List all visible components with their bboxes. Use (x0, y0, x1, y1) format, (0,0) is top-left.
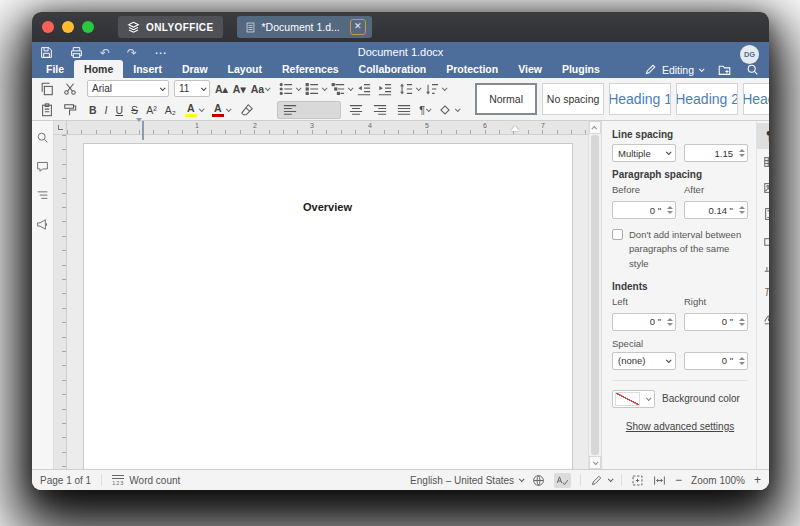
track-changes-button[interactable] (590, 474, 612, 487)
increase-font-button[interactable]: A▴ (215, 83, 228, 95)
decrease-indent-button[interactable] (355, 80, 373, 98)
format-painter-button[interactable] (61, 101, 79, 119)
navigation-panel-icon[interactable] (36, 189, 49, 202)
editing-mode-dropdown[interactable]: Editing (644, 63, 703, 76)
background-color-picker[interactable] (612, 390, 655, 408)
clear-style-button[interactable] (238, 101, 256, 119)
interval-checkbox[interactable] (612, 229, 623, 240)
font-color-button[interactable]: A (211, 102, 230, 118)
table-settings-icon[interactable] (757, 149, 770, 175)
line-spacing-select[interactable]: Multiple (612, 144, 676, 162)
italic-button[interactable]: I (105, 104, 108, 116)
tab-file[interactable]: File (36, 60, 74, 78)
style-normal[interactable]: Normal (475, 83, 537, 115)
feedback-panel-icon[interactable] (36, 218, 49, 231)
cut-button[interactable] (61, 80, 79, 98)
style-heading-2[interactable]: Heading 2 (676, 83, 738, 115)
header-footer-settings-icon[interactable] (757, 201, 770, 227)
spell-check-button[interactable] (554, 473, 571, 488)
tab-draw[interactable]: Draw (172, 60, 218, 78)
indent-right-spinner[interactable]: 0 " (684, 313, 748, 331)
document-scrollbar[interactable] (588, 121, 601, 469)
close-tab-button[interactable]: ✕ (350, 19, 366, 35)
right-indent-marker[interactable] (511, 126, 519, 131)
page-indicator[interactable]: Page 1 of 1 (40, 475, 91, 486)
paragraph-settings-icon[interactable]: ¶ (757, 123, 770, 149)
app-home-tab[interactable]: ONLYOFFICE (118, 16, 223, 38)
search-panel-icon[interactable] (36, 131, 49, 144)
chart-settings-icon[interactable] (757, 253, 770, 279)
search-button[interactable] (746, 63, 759, 76)
nonprinting-characters-button[interactable]: ¶ (419, 104, 430, 116)
tab-plugins[interactable]: Plugins (552, 60, 610, 78)
bold-button[interactable]: B (89, 104, 97, 116)
vertical-ruler[interactable] (54, 135, 67, 469)
copy-button[interactable] (38, 80, 56, 98)
zoom-window-button[interactable] (82, 21, 94, 33)
show-advanced-settings-link[interactable]: Show advanced settings (612, 421, 748, 432)
underline-button[interactable]: U (116, 104, 124, 116)
font-name-select[interactable]: Arial (87, 80, 169, 97)
line-spacing-button[interactable] (397, 80, 420, 98)
special-amount-spinner[interactable]: 0 " (684, 352, 748, 370)
superscript-button[interactable]: A² (146, 104, 157, 116)
paste-button[interactable] (38, 101, 56, 119)
set-document-language-button[interactable] (532, 474, 545, 487)
indent-marker[interactable] (136, 122, 143, 140)
document-tab[interactable]: *Document 1.d... ✕ (237, 16, 372, 38)
align-right-button[interactable] (371, 101, 389, 119)
tab-layout[interactable]: Layout (218, 60, 272, 78)
avatar[interactable]: DG (740, 45, 759, 64)
fit-page-button[interactable] (631, 474, 644, 487)
shading-button[interactable] (436, 101, 459, 119)
indent-left-spinner[interactable]: 0 " (612, 313, 676, 331)
document-canvas[interactable]: Overview (67, 135, 588, 469)
align-center-button[interactable] (347, 101, 365, 119)
tab-insert[interactable]: Insert (123, 60, 172, 78)
strikethrough-button[interactable]: S (131, 104, 138, 116)
scrollbar-thumb[interactable] (591, 135, 599, 455)
zoom-out-button[interactable]: − (675, 473, 682, 487)
increase-indent-button[interactable] (376, 80, 394, 98)
change-case-button[interactable]: Aa (251, 83, 264, 95)
font-size-select[interactable]: 11 (174, 80, 210, 97)
style-heading-1[interactable]: Heading 1 (609, 83, 671, 115)
multilevel-list-button[interactable] (329, 80, 352, 98)
word-count-button[interactable]: 123 Word count (112, 475, 180, 486)
scroll-up-button[interactable] (589, 121, 601, 134)
tab-stop-selector[interactable] (54, 121, 67, 135)
style-no-spacing[interactable]: No spacing (542, 83, 604, 115)
image-settings-icon[interactable] (757, 175, 770, 201)
bullets-button[interactable] (277, 80, 300, 98)
tab-home[interactable]: Home (74, 60, 123, 78)
tab-references[interactable]: References (272, 60, 349, 78)
document-page[interactable]: Overview (83, 143, 573, 469)
zoom-level[interactable]: Zoom 100% (691, 475, 745, 486)
decrease-font-button[interactable]: A▾ (233, 83, 246, 95)
subscript-button[interactable]: A₂ (165, 104, 176, 116)
align-justify-button[interactable] (395, 101, 413, 119)
tab-view[interactable]: View (508, 60, 552, 78)
signature-settings-icon[interactable] (757, 305, 770, 331)
line-spacing-spinner[interactable]: 1.15 (684, 144, 748, 162)
spacing-before-spinner[interactable]: 0 " (612, 201, 676, 219)
close-window-button[interactable] (42, 21, 54, 33)
highlight-color-button[interactable]: A (184, 102, 203, 118)
spacing-after-spinner[interactable]: 0.14 " (684, 201, 748, 219)
minimize-window-button[interactable] (62, 21, 74, 33)
language-selector[interactable]: English – United States (410, 475, 523, 486)
style-heading-3[interactable]: Heading 3 (743, 83, 769, 115)
align-left-button[interactable] (277, 101, 341, 119)
comments-panel-icon[interactable] (36, 160, 49, 173)
zoom-in-button[interactable]: + (754, 473, 761, 487)
scroll-down-button[interactable] (589, 456, 601, 469)
horizontal-ruler[interactable]: 1 2 3 4 5 6 7 (67, 121, 588, 135)
text-art-settings-icon[interactable]: Ta (757, 279, 770, 305)
shape-settings-icon[interactable] (757, 227, 770, 253)
document-heading[interactable]: Overview (84, 201, 572, 213)
numbering-button[interactable] (303, 80, 326, 98)
fit-width-button[interactable] (653, 474, 666, 487)
special-select[interactable]: (none) (612, 352, 676, 370)
tab-protection[interactable]: Protection (436, 60, 508, 78)
tab-collaboration[interactable]: Collaboration (349, 60, 437, 78)
